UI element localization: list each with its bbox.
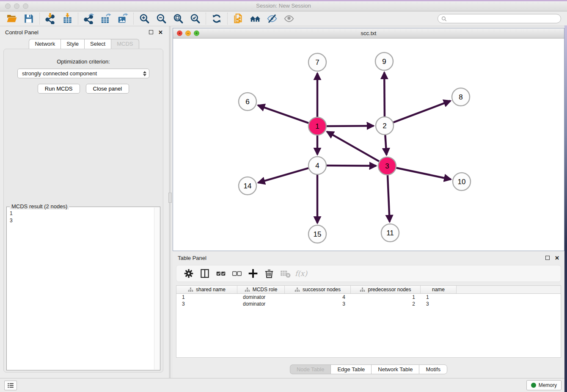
graph-edge-2-3[interactable] (385, 135, 386, 155)
hide-selected-icon[interactable] (264, 12, 281, 25)
mcds-result-line: 1 (10, 210, 160, 217)
delete-table-icon[interactable] (278, 267, 292, 280)
function-builder-icon[interactable]: f(x) (295, 267, 308, 280)
tab-motifs[interactable]: Motifs (419, 364, 447, 374)
float-table-panel-icon[interactable] (545, 256, 550, 260)
column-header-name[interactable]: name (421, 286, 457, 293)
tab-select[interactable]: Select (84, 39, 111, 49)
minimize-network-icon[interactable]: − (185, 30, 191, 36)
first-neighbors-icon[interactable] (247, 12, 264, 25)
deselect-all-icon[interactable] (230, 267, 243, 280)
table-cell: 1 (421, 294, 457, 300)
graph-node-3[interactable]: 3 (378, 157, 396, 175)
graph-node-4[interactable]: 4 (308, 157, 326, 174)
table-options-icon[interactable] (182, 267, 195, 280)
graph-edge-1-6[interactable] (258, 105, 309, 123)
tab-network[interactable]: Network (29, 39, 61, 49)
tab-edge-table[interactable]: Edge Table (330, 364, 371, 374)
graph-node-1[interactable]: 1 (308, 117, 326, 135)
close-panel-button[interactable]: Close panel (86, 84, 129, 94)
tab-node-table[interactable]: Node Table (290, 364, 331, 374)
toolbar-separator (78, 13, 78, 25)
zoom-out-icon[interactable] (153, 12, 170, 25)
criterion-dropdown[interactable]: strongly connected component (17, 69, 149, 78)
tab-mcds[interactable]: MCDS (111, 39, 139, 49)
mcds-result-list[interactable]: 1 3 (7, 207, 160, 224)
column-tree-icon (295, 287, 300, 292)
graph-node-2[interactable]: 2 (376, 117, 394, 135)
graph-node-11[interactable]: 11 (381, 224, 399, 242)
graph-edge-4-3[interactable] (327, 166, 376, 166)
graph-edge-3-11[interactable] (388, 175, 390, 222)
vertical-splitter[interactable] (168, 26, 173, 378)
memory-status-icon (531, 383, 536, 388)
graph-node-14[interactable]: 14 (239, 177, 256, 195)
close-panel-icon[interactable]: ✕ (158, 29, 163, 36)
graph-node-7[interactable]: 7 (308, 53, 326, 71)
node-table[interactable]: shared name MCDS role successor nodes pr… (176, 285, 561, 358)
column-header-predecessor-nodes[interactable]: predecessor nodes (351, 286, 421, 293)
search-field[interactable] (438, 14, 561, 23)
table-panel-header: Table Panel ✕ (173, 252, 564, 264)
svg-text:15: 15 (314, 230, 322, 238)
clone-network-icon[interactable] (230, 12, 247, 25)
close-table-panel-icon[interactable]: ✕ (555, 255, 559, 261)
import-network-icon[interactable] (42, 12, 59, 25)
network-window-titlebar[interactable]: scc.txt × − + (173, 28, 564, 39)
refresh-view-icon[interactable] (208, 12, 225, 25)
graph-edge-2-9[interactable] (384, 72, 385, 116)
run-mcds-button[interactable]: Run MCDS (38, 84, 80, 94)
column-visibility-icon[interactable] (198, 267, 211, 280)
toolbar-separator (39, 13, 40, 25)
export-network-icon[interactable] (80, 12, 97, 25)
network-graph-canvas[interactable]: 1234678910111415 (173, 39, 564, 251)
zoom-selected-icon[interactable] (187, 12, 204, 25)
window-title: Session: New Session (0, 3, 567, 9)
graph-node-9[interactable]: 9 (375, 52, 393, 70)
float-panel-icon[interactable] (149, 30, 153, 34)
memory-button[interactable]: Memory (526, 380, 561, 390)
maximize-network-icon[interactable]: + (194, 30, 199, 36)
close-network-icon[interactable]: × (177, 30, 182, 36)
import-table-icon[interactable] (59, 12, 76, 25)
table-row[interactable]: 1 dominator 4 1 1 (176, 294, 561, 301)
graph-edge-4-14[interactable] (258, 168, 308, 183)
control-panel-title: Control Panel (5, 29, 39, 36)
graph-node-6[interactable]: 6 (239, 93, 256, 110)
graph-node-10[interactable]: 10 (453, 173, 471, 190)
task-history-button[interactable] (4, 381, 17, 390)
table-row[interactable]: 3 dominator 3 2 3 (176, 301, 561, 307)
mcds-result-title: MCDS result (2 nodes) (10, 203, 69, 210)
graph-edge-3-10[interactable] (396, 168, 451, 179)
graph-edge-2-8[interactable] (394, 101, 451, 122)
open-session-icon[interactable] (3, 12, 20, 25)
export-table-icon[interactable] (97, 12, 114, 25)
zoom-in-icon[interactable] (136, 12, 153, 25)
table-cell: 2 (351, 301, 421, 307)
result-scrollbar[interactable] (154, 207, 160, 370)
tab-network-table[interactable]: Network Table (371, 364, 419, 374)
graph-edge-1-2[interactable] (327, 126, 374, 126)
table-cell: 3 (421, 301, 457, 307)
save-session-icon[interactable] (20, 12, 37, 25)
splitter-grip[interactable] (168, 193, 172, 203)
table-tabs: Node Table Edge Table Network Table Moti… (173, 364, 564, 374)
search-input[interactable] (449, 16, 557, 22)
export-image-icon[interactable] (114, 12, 131, 25)
column-header-shared-name[interactable]: shared name (176, 286, 237, 293)
column-header-successor-nodes[interactable]: successor nodes (285, 286, 351, 293)
show-all-icon[interactable] (281, 12, 297, 25)
tab-style[interactable]: Style (61, 39, 84, 49)
table-toolbar: f(x) (176, 265, 561, 282)
control-panel-header: Control Panel ✕ (0, 26, 168, 38)
graph-edge-3-1[interactable] (327, 132, 379, 161)
add-column-icon[interactable] (246, 267, 259, 280)
select-all-icon[interactable] (214, 267, 227, 280)
graph-node-15[interactable]: 15 (308, 225, 326, 243)
delete-column-icon[interactable] (262, 267, 275, 280)
graph-node-8[interactable]: 8 (452, 88, 470, 106)
zoom-fit-icon[interactable] (170, 12, 187, 25)
svg-text:10: 10 (458, 178, 466, 186)
column-header-mcds-role[interactable]: MCDS role (237, 286, 285, 293)
svg-text:11: 11 (386, 229, 394, 237)
